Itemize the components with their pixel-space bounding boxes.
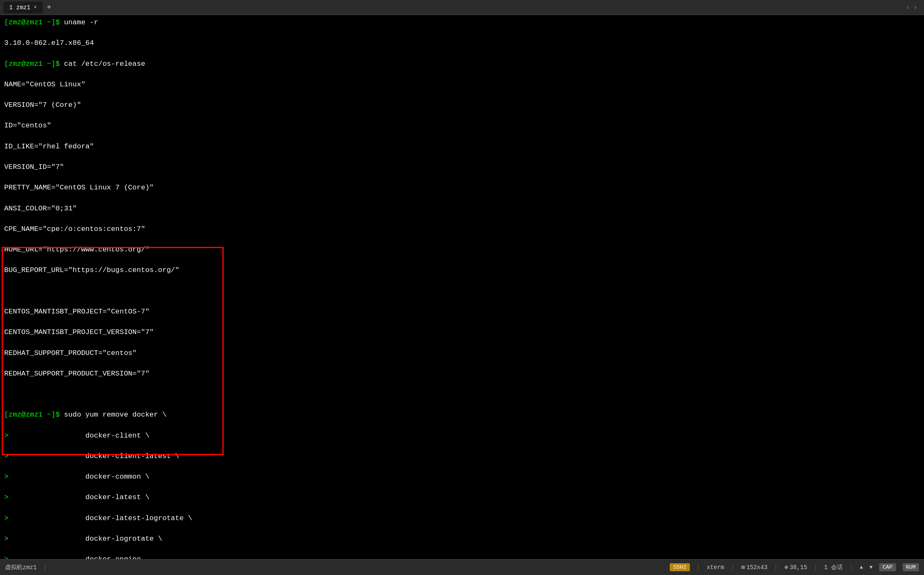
- down-arrow[interactable]: ▼: [870, 565, 872, 570]
- arrow-left[interactable]: ‹: [906, 4, 910, 11]
- cursor-position: ⊕ 38,15: [785, 564, 807, 571]
- titlebar: 1 zmz1 × + ‹ ›: [0, 0, 924, 15]
- statusbar: 虚拟机zmz1 | SSH2 | xterm | ⊞ 152x43 | ⊕ 38…: [0, 559, 924, 575]
- session-count: 1 会话: [824, 564, 843, 571]
- tab-close-button[interactable]: ×: [34, 5, 36, 10]
- ssh2-badge: SSH2: [670, 563, 689, 571]
- up-arrow[interactable]: ▲: [860, 565, 863, 570]
- cap-badge: CAP: [879, 563, 896, 571]
- terminal-size: ⊞ 152x43: [741, 564, 767, 571]
- navigation-arrows: ‹ ›: [903, 4, 921, 11]
- term-type: xterm: [707, 564, 724, 571]
- arrow-right[interactable]: ›: [913, 4, 917, 11]
- pos-icon: ⊕: [785, 564, 788, 571]
- terminal-tab[interactable]: 1 zmz1 ×: [3, 2, 43, 13]
- new-tab-button[interactable]: +: [44, 3, 54, 12]
- vm-name: 虚拟机zmz1: [5, 564, 37, 571]
- terminal-output: [zmz@zmz1 ~]$ uname -r 3.10.0-862.el7.x8…: [4, 18, 920, 559]
- num-badge: NUM: [903, 563, 919, 571]
- tab-label: 1 zmz1: [9, 4, 30, 11]
- terminal-content[interactable]: [zmz@zmz1 ~]$ uname -r 3.10.0-862.el7.x8…: [0, 15, 924, 559]
- size-icon: ⊞: [741, 564, 744, 571]
